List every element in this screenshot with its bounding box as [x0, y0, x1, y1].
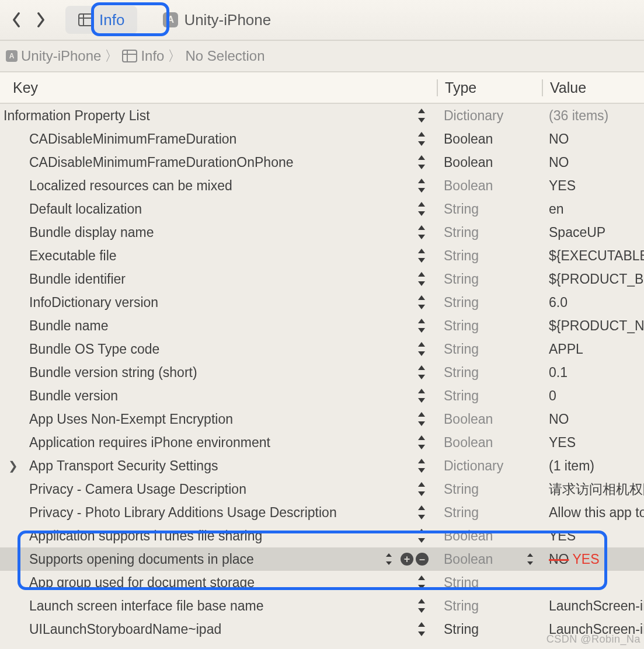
plist-row[interactable]: Bundle display nameStringSpaceUP [0, 221, 644, 244]
plist-row[interactable]: Default localizationStringen [0, 197, 644, 221]
key-stepper[interactable] [416, 528, 429, 544]
plist-row[interactable]: Executable fileString${EXECUTABLE [0, 244, 644, 267]
remove-row-button[interactable]: – [416, 553, 429, 566]
plist-row[interactable]: InfoDictionary versionString6.0 [0, 291, 644, 314]
key-stepper[interactable] [416, 458, 429, 474]
key-stepper[interactable] [416, 247, 429, 264]
row-value: (36 items) [542, 108, 644, 124]
column-header-value[interactable]: Value [542, 79, 644, 96]
tab-info[interactable]: Info [65, 6, 137, 34]
key-stepper[interactable] [416, 154, 429, 170]
row-key: Bundle version [29, 388, 118, 404]
row-key: Bundle name [29, 318, 109, 334]
svg-rect-3 [123, 50, 137, 62]
row-value[interactable]: SpaceUP [542, 225, 644, 240]
key-stepper[interactable] [416, 504, 429, 521]
column-header-key[interactable]: Key [0, 79, 437, 96]
key-stepper[interactable] [416, 388, 429, 404]
breadcrumb-file[interactable]: Info [141, 48, 164, 64]
plist-row[interactable]: Bundle OS Type codeStringAPPL [0, 337, 644, 361]
key-stepper[interactable] [416, 574, 429, 591]
plist-root-row[interactable]: Information Property List Dictionary (36… [0, 104, 644, 127]
plist-row[interactable]: Bundle identifierString${PRODUCT_B [0, 267, 644, 291]
row-value[interactable]: en [542, 201, 644, 217]
plist-row[interactable]: Privacy - Camera Usage DescriptionString… [0, 477, 644, 501]
row-key: Privacy - Photo Library Additions Usage … [29, 505, 337, 521]
key-stepper[interactable] [416, 177, 429, 194]
row-value[interactable]: 0.1 [542, 365, 644, 381]
row-value[interactable]: ${EXECUTABLE [542, 248, 644, 264]
plist-row[interactable]: Bundle version string (short)String0.1 [0, 361, 644, 384]
key-stepper[interactable] [416, 224, 429, 240]
key-stepper[interactable] [416, 107, 429, 124]
plist-row[interactable]: Launch screen interface file base nameSt… [0, 594, 644, 617]
row-value[interactable]: YES [542, 178, 644, 194]
app-icon: A [163, 12, 178, 27]
row-value[interactable]: NO [542, 155, 644, 170]
type-stepper[interactable] [525, 553, 536, 566]
row-type: Boolean [437, 131, 542, 147]
key-stepper[interactable] [416, 481, 429, 497]
row-value[interactable]: ${PRODUCT_B [542, 271, 644, 287]
tab-project[interactable]: A Unity-iPhone [150, 6, 284, 34]
breadcrumb-project[interactable]: Unity-iPhone [21, 48, 101, 64]
row-value[interactable]: Allow this app to [542, 505, 644, 521]
key-stepper[interactable] [416, 341, 429, 357]
key-stepper[interactable] [384, 553, 395, 566]
key-stepper[interactable] [416, 317, 429, 334]
plist-row[interactable]: Supports opening documents in place+–Boo… [0, 547, 644, 571]
add-row-button[interactable]: + [401, 553, 413, 566]
plist-row[interactable]: App group used for document storageStrin… [0, 571, 644, 594]
row-value[interactable]: LaunchScreen-iPh [542, 598, 644, 614]
column-header-type[interactable]: Type [437, 79, 542, 96]
key-stepper[interactable] [416, 271, 429, 287]
row-value[interactable]: 请求访问相机权限 [542, 480, 644, 498]
plist-row[interactable]: Application requires iPhone environmentB… [0, 431, 644, 454]
row-type: String [437, 341, 542, 357]
nav-forward-button[interactable] [29, 8, 53, 32]
row-type: String [437, 505, 542, 521]
row-value[interactable]: YES [542, 435, 644, 451]
row-value[interactable]: ${PRODUCT_N [542, 318, 644, 334]
row-key: App group used for document storage [29, 575, 255, 591]
key-stepper[interactable] [416, 294, 429, 310]
row-key: Bundle OS Type code [29, 341, 159, 357]
key-stepper[interactable] [416, 411, 429, 427]
plist-row[interactable]: Bundle nameString${PRODUCT_N [0, 314, 644, 337]
row-type: String [437, 225, 542, 240]
column-headers: Key Type Value [0, 72, 644, 104]
row-value[interactable]: 6.0 [542, 295, 644, 310]
plist-row[interactable]: CADisableMinimumFrameDurationBooleanNO [0, 127, 644, 151]
plist-row[interactable]: App Uses Non-Exempt EncryptionBooleanNO [0, 407, 644, 431]
key-stepper[interactable] [416, 621, 429, 637]
plist-row[interactable]: Application supports iTunes file sharing… [0, 524, 644, 547]
disclosure-icon[interactable]: ❯ [8, 460, 18, 472]
plist-row[interactable]: CADisableMinimumFrameDurationOnPhoneBool… [0, 151, 644, 174]
key-stepper[interactable] [416, 131, 429, 147]
row-value[interactable]: YES [542, 528, 644, 544]
plist-row[interactable]: Bundle versionString0 [0, 384, 644, 407]
plist-row[interactable]: Localized resources can be mixedBooleanY… [0, 174, 644, 197]
plist-table: Information Property List Dictionary (36… [0, 104, 644, 641]
row-key: CADisableMinimumFrameDurationOnPhone [29, 155, 294, 170]
row-value[interactable]: 0 [542, 388, 644, 404]
row-value[interactable]: NO YES [542, 552, 644, 567]
key-stepper[interactable] [416, 201, 429, 217]
row-value[interactable]: NO [542, 411, 644, 427]
row-key: Localized resources can be mixed [29, 178, 232, 194]
chevron-right-icon [35, 12, 47, 28]
nav-back-button[interactable] [5, 8, 28, 32]
row-value[interactable]: NO [542, 131, 644, 147]
plist-row[interactable]: ❯App Transport Security SettingsDictiona… [0, 454, 644, 477]
key-stepper[interactable] [416, 434, 429, 451]
key-stepper[interactable] [416, 364, 429, 381]
row-key: Bundle version string (short) [29, 365, 197, 381]
plist-row[interactable]: Privacy - Photo Library Additions Usage … [0, 501, 644, 524]
row-type: Boolean [437, 411, 542, 427]
row-value[interactable]: APPL [542, 341, 644, 357]
row-type: Dictionary [437, 108, 542, 124]
row-value[interactable]: (1 item) [542, 458, 644, 474]
row-type: Boolean [437, 435, 542, 451]
row-type: Boolean [437, 178, 542, 194]
key-stepper[interactable] [416, 598, 429, 614]
